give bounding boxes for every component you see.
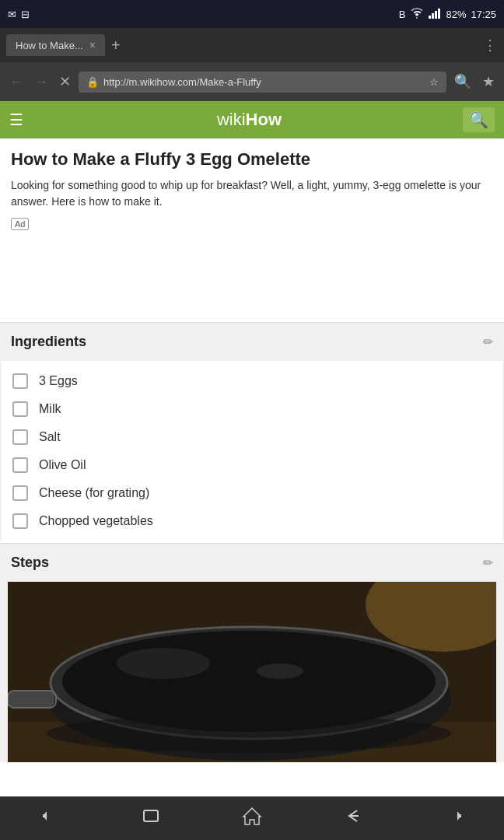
recent-apps-button[interactable] [128,801,173,835]
svg-marker-19 [243,808,261,824]
ingredient-label: 3 Eggs [39,374,78,388]
tab-label: How to Make... [16,40,83,51]
tab-close-button[interactable]: × [89,39,96,51]
list-item[interactable]: Chopped vegetables [2,507,502,535]
svg-rect-11 [8,691,54,708]
ingredients-list: 3 Eggs Milk Salt Olive Oil Cheese (for g… [2,361,502,541]
ingredient-checkbox-vegetables[interactable] [12,513,28,529]
list-item[interactable]: Salt [2,423,502,451]
bottom-navigation-bar [0,796,504,840]
ingredient-label: Cheese (for grating) [39,486,149,500]
hamburger-menu-button[interactable]: ☰ [9,110,23,129]
ingredient-label: Milk [39,402,61,416]
article-content: How to Make a Fluffy 3 Egg Omelette Look… [0,138,504,322]
steps-title: Steps [11,555,49,571]
list-item[interactable]: Milk [2,395,502,423]
wikihow-logo: wikiHow [36,110,463,130]
svg-rect-2 [435,11,437,19]
ad-space [11,236,493,322]
signal-icon [429,8,441,21]
bookmark-star-icon[interactable]: ☆ [429,76,439,88]
notification-icon: ⊟ [21,9,30,20]
navigation-bar: ← → ✕ 🔒 http://m.wikihow.com/Make-a-Fluf… [0,62,504,101]
svg-rect-18 [144,810,158,821]
logo-how: How [246,110,282,129]
svg-point-14 [47,714,451,753]
logo-wiki: wiki [217,110,246,129]
back-nav-button[interactable] [331,800,376,837]
status-bar-right: B 82% 17:25 [399,8,496,21]
article-title: How to Make a Fluffy 3 Egg Omelette [11,149,493,170]
clock: 17:25 [471,9,496,20]
url-bar[interactable]: 🔒 http://m.wikihow.com/Make-a-Fluffy ☆ [79,72,446,93]
browser-content: ☰ wikiHow 🔍 How to Make a Fluffy 3 Egg O… [0,101,504,796]
ingredient-label: Chopped vegetables [39,514,153,528]
ingredient-checkbox-cheese[interactable] [12,485,28,501]
steps-section: Steps ✏ [0,543,504,762]
tab-bar: How to Make... × + ⋮ [0,28,504,62]
header-search-box[interactable]: 🔍 [463,107,495,132]
secure-icon: 🔒 [86,76,99,88]
svg-rect-1 [432,13,434,19]
search-button[interactable]: 🔍 [451,70,474,93]
url-text: http://m.wikihow.com/Make-a-Fluffy [103,76,425,88]
status-bar: ✉ ⊟ B 82% 17:25 [0,0,504,28]
svg-rect-3 [438,9,440,19]
status-bar-left: ✉ ⊟ [8,9,30,20]
svg-rect-21 [459,814,461,817]
ingredient-label: Salt [39,430,61,444]
bookmarks-button[interactable]: ★ [479,70,498,93]
message-icon: ✉ [8,9,16,20]
browser-tab[interactable]: How to Make... × [6,34,105,56]
ingredients-title: Ingredients [11,334,86,350]
ingredient-checkbox-milk[interactable] [12,401,28,417]
step-image [8,582,496,762]
home-button[interactable] [229,800,275,837]
bluetooth-icon: B [399,9,406,20]
tab-menu-button[interactable]: ⋮ [483,37,498,54]
ad-badge: Ad [11,218,29,230]
ingredient-label: Olive Oil [39,458,86,472]
ingredients-edit-icon[interactable]: ✏ [483,334,493,349]
ingredient-checkbox-salt[interactable] [12,429,28,445]
header-search-icon[interactable]: 🔍 [469,110,488,129]
svg-point-13 [117,648,210,679]
forward-button[interactable]: → [31,71,51,93]
back-button[interactable]: ← [6,71,26,93]
ingredient-checkbox-eggs[interactable] [12,373,28,389]
ingredient-checkbox-olive-oil[interactable] [12,457,28,473]
svg-rect-17 [43,814,45,817]
wifi-icon [410,8,424,21]
article-intro: Looking for something good to whip up fo… [11,177,493,210]
battery-indicator: 82% [446,9,466,20]
list-item[interactable]: Cheese (for grating) [2,479,502,507]
steps-edit-icon[interactable]: ✏ [483,555,493,570]
wikihow-header: ☰ wikiHow 🔍 [0,101,504,138]
svg-rect-0 [429,16,431,19]
list-item[interactable]: 3 Eggs [2,367,502,395]
volume-down-button[interactable] [28,800,73,837]
stop-button[interactable]: ✕ [56,70,74,93]
svg-point-15 [257,663,303,679]
new-tab-button[interactable]: + [111,37,121,54]
volume-up-button[interactable] [431,800,476,837]
list-item[interactable]: Olive Oil [2,451,502,479]
ingredients-section: Ingredients ✏ 3 Eggs Milk Salt Olive Oil [0,322,504,541]
steps-header: Steps ✏ [0,544,504,582]
ingredients-header: Ingredients ✏ [0,323,504,361]
